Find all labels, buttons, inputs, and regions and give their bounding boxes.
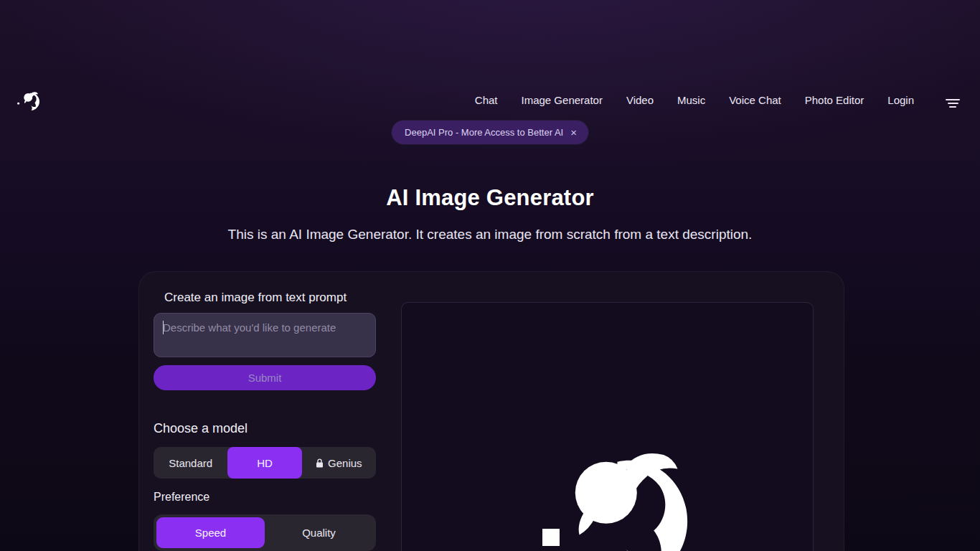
- model-option-label: HD: [257, 457, 273, 469]
- preference-option-speed[interactable]: Speed: [156, 517, 265, 548]
- submit-button[interactable]: Submit: [154, 365, 376, 390]
- model-option-label: Genius: [328, 457, 362, 469]
- dolphin-watermark-icon: [561, 452, 702, 551]
- model-section-label: Choose a model: [154, 421, 248, 436]
- lock-icon: [316, 458, 324, 468]
- model-option-standard[interactable]: Standard: [154, 447, 227, 479]
- page-title: AI Image Generator: [0, 185, 980, 211]
- preference-option-label: Speed: [195, 527, 226, 539]
- model-option-hd[interactable]: HD: [227, 447, 301, 479]
- nav-login[interactable]: Login: [887, 94, 914, 106]
- generator-card: Create an image from text prompt Submit …: [138, 271, 844, 551]
- promo-label: DeepAI Pro - More Access to Better AI: [405, 127, 563, 138]
- preference-section-label: Preference: [154, 491, 209, 504]
- preference-option-quality[interactable]: Quality: [265, 517, 373, 548]
- nav-video[interactable]: Video: [626, 94, 654, 106]
- model-option-genius[interactable]: Genius: [302, 447, 376, 479]
- preview-square-mark: [542, 529, 560, 546]
- deepai-pro-banner[interactable]: DeepAI Pro - More Access to Better AI ×: [392, 121, 588, 144]
- prompt-input[interactable]: [154, 314, 375, 357]
- nav-chat[interactable]: Chat: [475, 94, 498, 106]
- main-nav: Chat Image Generator Video Music Voice C…: [475, 94, 914, 106]
- image-preview-panel: [401, 302, 814, 551]
- nav-music[interactable]: Music: [677, 94, 705, 106]
- preference-selector: Speed Quality: [154, 514, 376, 551]
- prompt-input-wrapper: [154, 313, 376, 357]
- menu-icon[interactable]: [944, 95, 961, 111]
- close-icon[interactable]: ×: [570, 127, 577, 138]
- nav-image-generator[interactable]: Image Generator: [522, 94, 603, 106]
- preference-option-label: Quality: [302, 527, 336, 539]
- model-selector: Standard HD Genius: [154, 447, 376, 479]
- model-option-label: Standard: [169, 457, 212, 469]
- nav-voice-chat[interactable]: Voice Chat: [729, 94, 781, 106]
- dolphin-logo-icon: [17, 92, 42, 111]
- prompt-label: Create an image from text prompt: [164, 291, 347, 305]
- nav-photo-editor[interactable]: Photo Editor: [805, 94, 864, 106]
- page-subtitle: This is an AI Image Generator. It create…: [0, 227, 980, 242]
- deepai-logo[interactable]: [17, 92, 42, 115]
- text-caret: [163, 321, 164, 334]
